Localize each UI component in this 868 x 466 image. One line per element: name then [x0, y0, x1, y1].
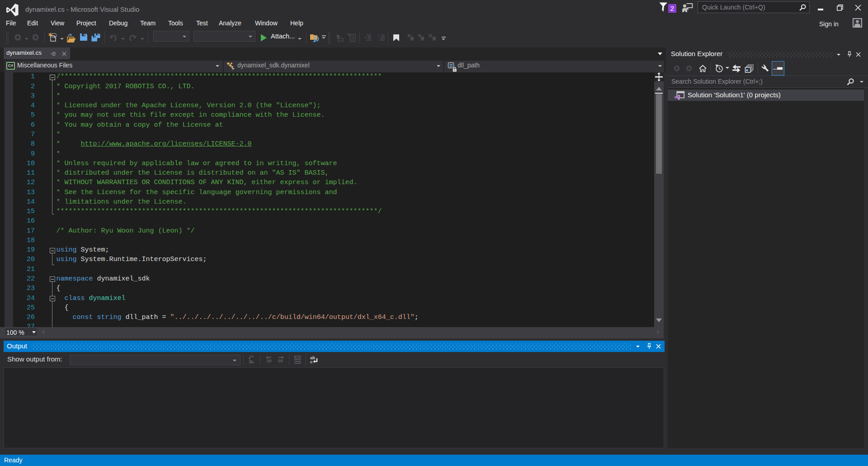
- svg-text:?: ?: [378, 34, 380, 38]
- svg-text:c: c: [310, 359, 312, 364]
